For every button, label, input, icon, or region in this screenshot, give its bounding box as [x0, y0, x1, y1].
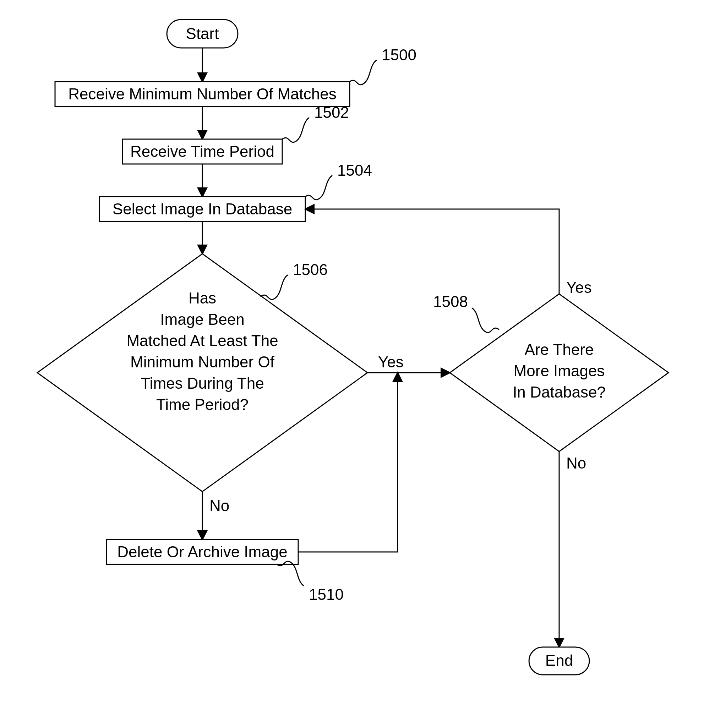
ref-connector: [261, 275, 288, 300]
decision-matched-min-times: Has Image Been Matched At Least The Mini…: [37, 254, 367, 492]
start-terminator: Start: [167, 20, 238, 48]
process-text: Delete Or Archive Image: [117, 543, 287, 560]
ref-label: 1504: [337, 162, 372, 179]
ref-label: 1508: [433, 293, 468, 310]
process-text: Receive Minimum Number Of Matches: [68, 85, 337, 103]
process-receive-time-period: Receive Time Period: [123, 139, 282, 164]
decision-text: Matched At Least The: [126, 332, 278, 349]
ref-connector: [350, 60, 376, 85]
flowchart-diagram: Start Receive Minimum Number Of Matches …: [0, 0, 704, 728]
process-select-image: Select Image In Database: [100, 196, 305, 221]
ref-label: 1500: [382, 46, 416, 64]
process-delete-archive-image: Delete Or Archive Image: [107, 540, 298, 564]
decision-text: Image Been: [160, 311, 244, 328]
decision-text: Are There: [525, 341, 594, 358]
ref-label: 1506: [293, 261, 328, 278]
decision-text: Times During The: [140, 374, 264, 392]
ref-label: 1510: [309, 586, 344, 603]
process-text: Receive Time Period: [130, 143, 275, 160]
end-terminator: End: [529, 647, 589, 675]
end-label: End: [545, 652, 573, 669]
flow-arrow: [306, 209, 559, 294]
edge-label-yes: Yes: [566, 279, 592, 296]
process-receive-min-matches: Receive Minimum Number Of Matches: [55, 82, 350, 107]
edge-label-no: No: [210, 497, 229, 514]
edge-label-no: No: [566, 454, 586, 472]
ref-connector: [472, 308, 499, 332]
decision-text: In Database?: [513, 383, 606, 401]
ref-connector: [282, 118, 309, 142]
decision-more-images: Are There More Images In Database?: [450, 294, 668, 452]
ref-connector: [305, 176, 332, 200]
decision-text: Has: [188, 289, 216, 307]
start-label: Start: [186, 25, 219, 42]
edge-label-yes: Yes: [378, 353, 404, 371]
ref-label: 1502: [314, 104, 349, 121]
decision-text: Time Period?: [156, 396, 249, 413]
decision-text: Minimum Number Of: [130, 353, 275, 371]
decision-text: More Images: [514, 362, 605, 380]
process-text: Select Image In Database: [113, 200, 292, 218]
